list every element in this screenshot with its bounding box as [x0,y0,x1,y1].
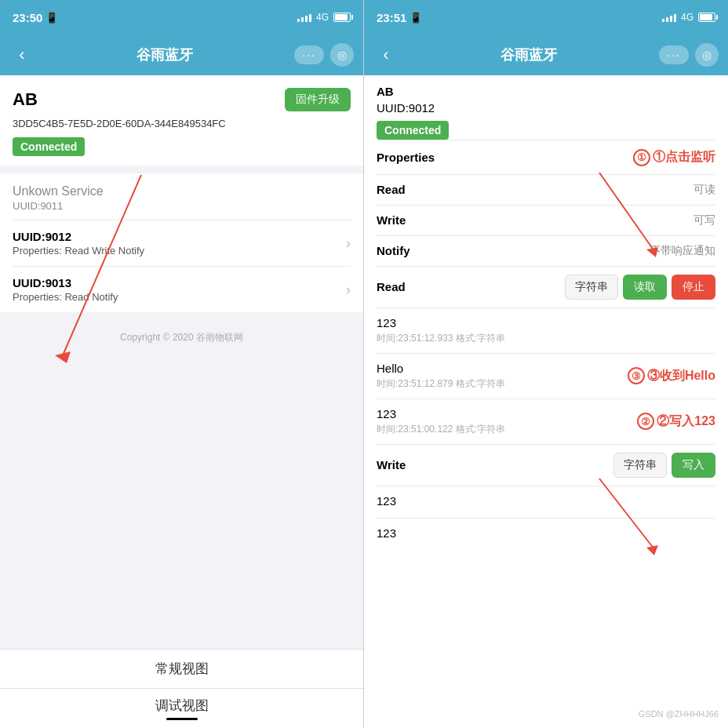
data-value-hello: Hello [377,362,505,375]
device-name-row: AB 固件升级 [13,88,351,111]
right-target-button[interactable]: ◎ [695,43,719,67]
data-meta-3: 时间:23:51:00.122 格式:字符串 [377,423,505,436]
hello-left: Hello 时间:23:51:12.879 格式:字符串 [377,362,505,391]
read-action-row: Read 字符串 读取 停止 [377,266,715,308]
data-entry-1: 123 时间:23:51:12.933 格式:字符串 [377,308,715,353]
right-status-right: 4G [662,12,715,23]
time-text: 23:50 [13,11,42,24]
right-back-button[interactable]: ‹ [373,45,399,65]
write-property-row: Write 可写 [377,205,715,235]
right-phone-panel: 23:51 📱 4G ‹ 谷雨蓝牙 ··· ◎ AB UUID: [364,0,728,728]
tab-debug-view[interactable]: 调试视图 [0,689,363,728]
right-battery-icon [698,13,715,22]
tab-normal-view[interactable]: 常规视图 [0,650,363,689]
right-phone-icon: 📱 [410,12,422,24]
left-status-bar: 23:50 📱 4G [0,0,363,35]
nav-actions: ··· ◎ [294,43,354,67]
write-action-row: Write 字符串 写入 [377,444,715,486]
arrow-area [0,363,363,457]
read-property-label: Read [377,183,447,196]
data-value-3: 123 [377,407,505,420]
more-button[interactable]: ··· [294,46,324,64]
device-info-section: AB 固件升级 3DD5C4B5-7E5D-2D0E-60DA-344E8495… [0,75,363,166]
read-button[interactable]: 读取 [623,275,667,300]
right-connected-badge: Connected [377,121,449,140]
annotation-receive-text: ③收到Hello [647,369,715,382]
watermark: GSDN @ZHHHHJ66 [639,709,719,719]
write-data-1: 123 [377,486,715,518]
svg-line-0 [63,175,141,355]
data-entry-hello: Hello 时间:23:51:12.879 格式:字符串 ③③收到Hello [377,353,715,399]
write-format-button[interactable]: 字符串 [613,453,667,478]
battery-icon [333,13,351,22]
left-nav-bar: ‹ 谷雨蓝牙 ··· ◎ [0,35,363,75]
write-data-value-1: 123 [377,494,715,508]
arrow-svg [31,167,173,363]
data-entry-3: 123 时间:23:51:00.122 格式:字符串 ②②写入123 [377,399,715,444]
network-label: 4G [316,12,329,23]
right-device-uuid: UUID:9012 [377,101,715,121]
right-nav-bar: ‹ 谷雨蓝牙 ··· ◎ [364,35,728,75]
left-time: 23:50 📱 [13,11,58,24]
chevron-right-icon: › [346,235,351,252]
svg-marker-1 [55,351,71,363]
back-button[interactable]: ‹ [9,45,35,65]
stop-button[interactable]: 停止 [672,275,715,300]
tab-normal-label: 常规视图 [155,660,209,678]
write-action-label: Write [377,458,424,471]
format-select-button[interactable]: 字符串 [565,275,618,300]
right-time-text: 23:51 [377,11,406,24]
entry3-left: 123 时间:23:51:00.122 格式:字符串 [377,407,505,436]
write-property-label: Write [377,213,447,227]
right-status-bar: 23:51 📱 4G [364,0,728,35]
left-status-right: 4G [297,12,351,23]
right-content: AB UUID:9012 Connected Properties ①①点击监听… [364,75,728,728]
left-content: AB 固件升级 3DD5C4B5-7E5D-2D0E-60DA-344E8495… [0,75,363,649]
target-button[interactable]: ◎ [330,43,354,67]
annotation-write: ②②写入123 [637,413,715,431]
write-data-value-2: 123 [377,526,715,540]
circle-3: ③ [628,367,645,384]
annotation-listen-text: ①点击监听 [653,150,715,163]
properties-row: Properties ①①点击监听 [377,140,715,174]
right-device-name: AB [377,85,715,101]
properties-label: Properties [377,151,447,164]
firmware-button[interactable]: 固件升级 [285,88,351,111]
circle-1: ① [633,149,650,166]
phone-icon: 📱 [46,12,58,24]
right-network-label: 4G [681,12,693,23]
read-action-buttons: 字符串 读取 停止 [430,275,715,300]
notify-property-value: 不带响应通知 [447,244,715,258]
data-value-1: 123 [377,316,715,329]
write-button[interactable]: 写入 [672,453,715,478]
data-meta-hello: 时间:23:51:12.879 格式:字符串 [377,377,505,391]
bottom-tabs: 常规视图 调试视图 [0,649,363,728]
nav-title: 谷雨蓝牙 [136,46,193,64]
right-nav-actions: ··· ◎ [659,43,719,67]
annotation-receive: ③③收到Hello [628,367,715,385]
notify-property-row: Notify 不带响应通知 [377,235,715,266]
read-property-value: 可读 [447,183,715,197]
right-more-button[interactable]: ··· [659,46,689,64]
annotation-listen: ①①点击监听 [447,148,715,166]
tab-debug-label: 调试视图 [155,697,209,715]
right-time: 23:51 📱 [377,11,422,24]
right-device-section: AB UUID:9012 Connected Properties ①①点击监听… [364,75,728,550]
notify-property-label: Notify [377,244,447,257]
write-property-value: 可写 [447,213,715,228]
right-nav-title: 谷雨蓝牙 [500,46,557,64]
circle-2: ② [637,413,654,430]
signal-icon [297,13,311,22]
hello-row: Hello 时间:23:51:12.879 格式:字符串 ③③收到Hello [377,362,715,391]
device-name: AB [13,89,38,110]
connected-badge: Connected [13,137,85,156]
device-uuid: 3DD5C4B5-7E5D-2D0E-60DA-344E849534FC [13,118,351,129]
write-action-buttons: 字符串 写入 [430,453,715,478]
entry3-row: 123 时间:23:51:00.122 格式:字符串 ②②写入123 [377,407,715,436]
right-signal-icon [662,13,676,22]
write-data-2: 123 [377,518,715,550]
data-meta-1: 时间:23:51:12.933 格式:字符串 [377,332,715,345]
annotation-write-text: ②写入123 [657,414,715,428]
read-property-row: Read 可读 [377,174,715,205]
chevron-right-icon-2: › [346,282,351,298]
